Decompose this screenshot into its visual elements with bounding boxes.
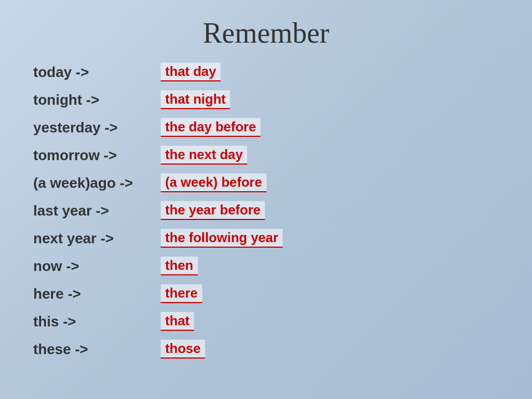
row-right-answer: the year before — [161, 201, 265, 220]
row-right-answer: the following year — [161, 229, 283, 248]
row-left-label: tonight -> — [33, 91, 161, 109]
row-left-label: next year -> — [33, 230, 161, 247]
table-row: (a week)ago ->(a week) before — [33, 170, 499, 196]
table-row: next year ->the following year — [33, 226, 499, 251]
main-container: Remember today ->that daytonight ->that … — [0, 0, 532, 378]
row-left-label: yesterday -> — [33, 119, 161, 136]
row-right-answer: that day — [161, 63, 221, 81]
table-row: tomorrow ->the next day — [33, 142, 499, 168]
table-row: today ->that day — [33, 59, 499, 85]
row-right-answer: the next day — [161, 146, 247, 165]
rows-container: today ->that daytonight ->that nightyest… — [33, 59, 499, 362]
row-left-label: this -> — [33, 313, 161, 330]
row-left-label: now -> — [33, 258, 161, 275]
row-right-answer: that — [161, 312, 194, 331]
table-row: here ->there — [33, 281, 499, 306]
row-left-label: last year -> — [33, 202, 161, 219]
row-right-answer: (a week) before — [161, 173, 267, 192]
row-left-label: (a week)ago -> — [33, 175, 161, 192]
row-left-label: tomorrow -> — [33, 147, 161, 164]
table-row: yesterday ->the day before — [33, 115, 499, 140]
table-row: now ->then — [33, 253, 499, 279]
row-right-answer: there — [161, 284, 202, 303]
row-right-answer: those — [161, 340, 205, 359]
table-row: this ->that — [33, 309, 499, 334]
row-right-answer: that night — [161, 90, 230, 109]
page-title: Remember — [33, 17, 499, 49]
table-row: last year ->the year before — [33, 198, 499, 223]
table-row: these ->those — [33, 336, 499, 362]
row-left-label: these -> — [33, 341, 161, 358]
row-left-label: today -> — [33, 64, 161, 81]
table-row: tonight ->that night — [33, 87, 499, 112]
row-right-answer: then — [161, 257, 198, 275]
row-left-label: here -> — [33, 285, 161, 303]
row-right-answer: the day before — [161, 118, 260, 137]
